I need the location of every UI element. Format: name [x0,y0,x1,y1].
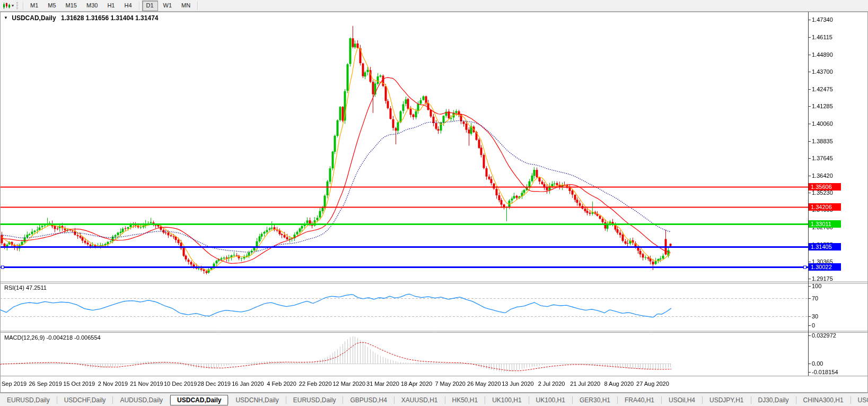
price-level-badge: 1.30022 [809,263,841,271]
date-axis-label: 2 Jul 2020 [538,381,565,387]
chart-tab-AUDUSD-Daily[interactable]: AUDUSD,Daily [113,395,170,405]
timeframe-button-H4[interactable]: H4 [120,1,136,11]
date-axis-label: 31 Mar 2020 [366,381,399,387]
price-axis-label: 1.38835 [812,138,833,144]
price-axis-label: 1.42475 [812,86,833,92]
price-axis-label: 1.46115 [812,34,832,40]
timeframe-button-H1[interactable]: H1 [103,1,119,11]
date-axis-label: 2 Nov 2019 [98,381,128,387]
timeframe-buttons: M1M5M15M30H1H4D1W1MN [25,1,195,11]
chart-tab-USDCNH-Daily[interactable]: USDCNH,Daily [229,395,285,405]
chart-tab-HK50-H1[interactable]: HK50,H1 [445,395,485,405]
price-level-badge: 1.35606 [809,183,841,191]
price-axis-label: 1.36420 [812,172,833,179]
chart-tab-EURUSD-Daily[interactable]: EURUSD,Daily [0,395,57,405]
chart-tab-UK100-H1[interactable]: UK100,H1 [529,395,572,405]
toolbar-separator [197,2,198,10]
chart-title: ▼ USDCAD,Daily 1.31628 1.31656 1.31404 1… [4,14,158,22]
chart-tab-GBPUSD-H4[interactable]: GBPUSD,H4 [343,395,393,405]
rsi-axis-label: 70 [812,295,818,301]
price-axis-label: 1.47340 [812,16,833,23]
date-axis-label: 7 May 2020 [435,381,465,387]
date-axis-label: 15 Oct 2019 [63,381,95,387]
price-axis-label: 1.37645 [812,155,833,161]
date-axis-label: 22 Feb 2020 [299,381,332,387]
trading-app: { "icons": { "collapse_triangle": "▼", "… [0,0,868,406]
price-axis-label: 1.43700 [812,68,833,75]
toolbar-grip[interactable] [16,2,18,10]
date-axis-label: 7 Sep 2019 [0,381,27,387]
timeframe-button-M5[interactable]: M5 [43,1,60,11]
chart-tab-UK100-H1[interactable]: UK100,H1 [485,395,528,405]
rsi-indicator-label: RSI(14) 47.2511 [4,284,47,291]
macd-axis-label: 0.032972 [812,332,836,339]
timeframe-button-W1[interactable]: W1 [159,1,177,11]
price-axis-label: 1.44890 [812,51,833,58]
toolbar-separator [23,2,23,10]
chevron-down-icon[interactable]: ▾ [12,3,14,8]
price-level-badge: 1.33011 [809,220,841,228]
toolbar-separator [139,2,139,10]
date-axis-label: 26 May 2020 [467,381,501,387]
date-axis-label: 12 Mar 2020 [332,381,365,387]
date-axis-label: 18 Apr 2020 [401,381,432,387]
price-level-badge: 1.34206 [809,203,841,211]
chart-tab-bar: EURUSD,DailyUSDCHF,DailyAUDUSD,DailyUSDC… [0,393,868,406]
toolbar: ▾ M1M5M15M30H1H4D1W1MN [0,0,868,12]
date-axis-label: 21 Jul 2020 [570,381,600,387]
price-axis-label: 1.40060 [812,120,833,127]
chart-tab-USDCHF-Daily[interactable]: USDCHF,Daily [57,395,113,405]
chart-ohlc: 1.31628 1.31656 1.31404 1.31474 [61,14,159,22]
chart-tab-FRA40-H1[interactable]: FRA40,H1 [618,395,661,405]
new-chart-icon[interactable] [2,2,11,10]
chart-tab-XAUUSD-H1[interactable]: XAUUSD,H1 [394,395,445,405]
date-axis-label: 21 Nov 2019 [130,381,163,387]
date-axis-label: 16 Jan 2020 [232,381,264,387]
collapse-triangle-icon[interactable]: ▼ [4,15,8,20]
price-axis-label: 1.29175 [812,275,833,282]
rsi-axis-label: 30 [812,313,818,319]
date-axis-label: 4 Feb 2020 [267,381,296,387]
chart-canvas[interactable] [0,0,868,406]
macd-axis-label: 0.00 [812,360,823,367]
chart-tab-USOil-H4[interactable]: USOil,H4 [662,395,702,405]
timeframe-button-D1[interactable]: D1 [142,1,158,11]
timeframe-button-M15[interactable]: M15 [62,1,81,11]
date-axis-label: 10 Dec 2019 [164,381,197,387]
rsi-axis-label: 100 [812,283,821,289]
tabs: EURUSD,DailyUSDCHF,DailyAUDUSD,DailyUSDC… [0,395,868,405]
macd-indicator-label: MACD(12,26,9) -0.004218 -0.006554 [4,334,101,341]
date-axis-label: 8 Aug 2020 [604,381,634,387]
date-axis-label: 13 Jun 2020 [502,381,534,387]
chart-tab-USDCAD-Daily[interactable]: USDCAD,Daily [170,395,228,405]
chart-tab-USDJPY-H1[interactable]: USDJPY,H1 [703,395,750,405]
timeframe-button-MN[interactable]: MN [177,1,195,11]
macd-axis-label: -0.018154 [812,369,838,375]
chart-tab-GER30-H1[interactable]: GER30,H1 [573,395,617,405]
rsi-axis-label: 0 [812,322,815,329]
date-axis-label: 26 Sep 2019 [29,381,62,387]
date-axis-label: 28 Dec 2019 [198,381,231,387]
timeframe-button-M30[interactable]: M30 [82,1,102,11]
date-axis-label: 27 Aug 2020 [636,381,669,387]
chart-tab-EURUSD-Daily[interactable]: EURUSD,Daily [286,395,343,405]
price-axis-label: 1.41285 [812,103,833,109]
chart-tab-CHINA300-H1[interactable]: CHINA300,H1 [796,395,851,405]
price-level-badge: 1.31405 [809,243,841,250]
chart-tab-DJ30-Daily[interactable]: DJ30,Daily [751,395,796,405]
chart-tab-USOil-H1[interactable]: USOil,H1 [851,395,868,405]
chart-symbol: USDCAD,Daily [12,14,56,22]
timeframe-button-M1[interactable]: M1 [26,1,42,11]
